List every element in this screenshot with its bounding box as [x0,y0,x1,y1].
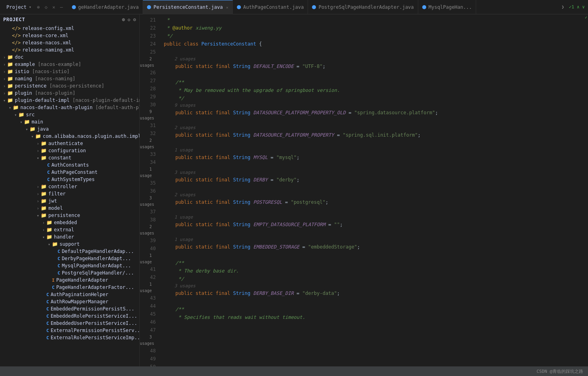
code-line-47: */ [164,275,582,283]
tab-overflow-button[interactable]: ❯ [562,4,564,10]
tab-gehandleradapter[interactable]: geHandlerAdapter.java [68,0,143,14]
tree-item-main[interactable]: ▾ 📁 main [0,118,139,125]
code-line-23: */ [164,32,582,40]
tree-item-persistence[interactable]: › 📁 persistence [nacos-persistence] [0,82,139,90]
tree-item-release-core[interactable]: </> release-core.xml [0,32,139,39]
tree-item-pagehandleradapter[interactable]: I PageHandlerAdapter [0,277,139,284]
code-line-29: * May be removed with the upgrade of spr… [164,86,582,94]
bottom-status-bar: CSDN @青临的踩坑之路 [0,366,588,376]
tree-item-externalpermission[interactable]: C ExternalPermissionPersistServ... [0,327,139,334]
tree-item-plugin-default-impl[interactable]: ▾ 📁 plugin-default-impl [nacos-plugin-de… [0,97,139,104]
code-line-28: /** [164,78,582,86]
folder-icon: 📁 [7,54,13,60]
tree-arrow: › [41,221,46,225]
tab-persistenceconstant[interactable]: PersistenceConstant.java ✕ [143,0,232,14]
tree-item-embedded[interactable]: › 📁 embedded [0,219,139,226]
tree-item-embeddedrole[interactable]: C EmbeddedRolePersistServiceI... [0,312,139,320]
tree-item-src[interactable]: ▾ 📁 src [0,111,139,118]
tree-item-defaultpagehandler[interactable]: C DefaultPageHandlerAdap... [0,248,139,255]
sidebar-action-icon2[interactable]: ◇ [127,17,131,22]
sidebar-header: Project ⊕ ◇ ⚙ [0,14,139,25]
tree-arrow: › [2,55,7,60]
tree-item-embeddeduser[interactable]: C EmbeddedUserPersistServiceI... [0,320,139,327]
code-editor[interactable]: 21 22 23 24 25 2 usages 26 27 28 29 30 9… [140,14,582,366]
tree-item-controller[interactable]: › 📁 controller [0,183,139,190]
tree-item-model[interactable]: › 📁 model [0,205,139,212]
tree-item-mysqlpagehandler[interactable]: C MysqlPageHandlerAdapt... [0,262,139,269]
code-line-49 [164,297,582,305]
tree-item-label: constant [48,155,72,161]
tree-item-constant[interactable]: ▾ 📁 constant [0,154,139,161]
folder-icon: 📁 [41,198,47,204]
class-icon: C [47,177,50,182]
code-line-36 [164,161,582,169]
tree-item-label: persistence [nacos-persistence] [15,83,104,89]
tree-item-java[interactable]: ▾ 📁 java [0,125,139,133]
tree-item-jwt[interactable]: › 📁 jwt [0,197,139,205]
code-line-35: public static final String MYSQL = "mysq… [164,153,582,161]
tree-item-handler[interactable]: ▾ 📁 handler [0,233,139,241]
tree-item-persistence-folder[interactable]: ▾ 📁 persistence [0,212,139,219]
tree-item-externalrole[interactable]: C ExternalRolePersistServiceImp... [0,334,139,341]
tree-item-authpageconstant[interactable]: C AuthPageConstant [0,169,139,176]
tab-mysqlpagehandler[interactable]: MysqlPageHan... [418,0,476,14]
tree-item-label: ExternalPermissionPersistServ... [51,328,139,333]
folder-icon: 📁 [18,112,24,117]
class-icon: C [47,163,50,168]
tree-item-authpaginationhelper[interactable]: C AuthPaginationHelper [0,291,139,298]
tree-arrow: › [2,91,7,95]
tree-item-label: java [37,126,49,132]
tree-item-release-nacos[interactable]: </> release-nacos.xml [0,39,139,46]
tab-close-button[interactable]: ✕ [226,5,228,10]
tree-item-doc[interactable]: › 📁 doc [0,54,139,61]
tree-item-extrnal[interactable]: › 📁 extrnal [0,226,139,233]
folder-icon: 📁 [46,234,52,240]
tree-item-com-alibaba[interactable]: ▾ 📁 com.alibaba.nacos.plugin.auth.impl [0,133,139,140]
tree-item-derbypagehandler[interactable]: C DerbyPageHandlerAdapt... [0,255,139,262]
tree-item-naming[interactable]: › 📁 naming [nacos-naming] [0,75,139,82]
tree-item-label: DefaultPageHandlerAdap... [62,249,134,254]
interface-icon: I [52,278,55,283]
tab-postgresqlpagehandleradapter[interactable]: PostgreSqlPageHandlerAdapter.java [308,0,418,14]
tree-item-pagehandleradapterfactory[interactable]: C PageHandlerAdapterFactor... [0,284,139,291]
tree-item-authenticate[interactable]: › 📁 authenticate [0,140,139,147]
tree-item-configuration[interactable]: › 📁 configuration [0,147,139,154]
tree-item-release-naming[interactable]: </> release-naming.xml [0,46,139,54]
tree-item-label: AuthPageConstant [52,169,98,175]
tree-item-authsystemtypes[interactable]: C AuthSystemTypes [0,176,139,183]
tree-arrow: ▾ [7,105,13,110]
tree-item-embeddedpermission[interactable]: C EmbeddedPermissionPersistS... [0,305,139,312]
tree-arrow: ▾ [30,134,35,139]
tree-item-release-config[interactable]: </> release-config.xml [0,25,139,32]
tree-item-label: handler [54,234,74,240]
tree-item-postgresqlpagehandler[interactable]: C PostgreSqlPageHandler/... [0,269,139,277]
folder-icon: 📁 [7,90,13,96]
code-line-24: public class PersistenceConstant { [164,40,582,48]
tree-item-example[interactable]: › 📁 example [nacos-example] [0,61,139,68]
tree-item-label: model [48,205,63,211]
tree-item-istio[interactable]: › 📁 istio [nacos-istio] [0,68,139,75]
folder-icon: 📁 [41,191,47,197]
code-line-42 [164,229,582,237]
tree-item-label: AuthRowMapperManager [51,299,109,304]
tree-item-nacos-default-auth[interactable]: ▾ 📁 nacos-default-auth-plugin [default-a… [0,104,139,111]
class-icon: C [58,263,60,269]
tree-item-filter[interactable]: › 📁 filter [0,190,139,197]
code-line-45: /** [164,259,582,267]
tree-item-plugin[interactable]: › 📁 plugin [nacos-plugin] [0,90,139,97]
tree-item-support[interactable]: ▾ 📁 support [0,241,139,248]
code-line-40 [164,206,582,214]
sidebar-action-icon[interactable]: ⊕ [122,17,125,22]
project-header[interactable]: Project ▾ ⊕ ◇ ✕ — [2,0,68,14]
tree-item-label: PostgreSqlPageHandler/... [62,270,134,276]
tree-item-authconstants[interactable]: C AuthConstants [0,161,139,169]
usage-hint-41: 1 usage [164,214,582,221]
class-icon: C [46,314,49,319]
folder-icon: 📁 [7,69,13,74]
tree-item-label: plugin-default-impl [nacos-plugin-defaul… [15,97,139,103]
sidebar-settings-icon[interactable]: ⚙ [133,17,136,22]
tab-bar: Project ▾ ⊕ ◇ ✕ — geHandlerAdapter.java … [0,0,588,14]
tree-arrow: › [2,77,7,81]
tree-item-authrowmappermanager[interactable]: C AuthRowMapperManager [0,298,139,305]
tab-authpageconstant[interactable]: AuthPageConstant.java [233,0,308,14]
